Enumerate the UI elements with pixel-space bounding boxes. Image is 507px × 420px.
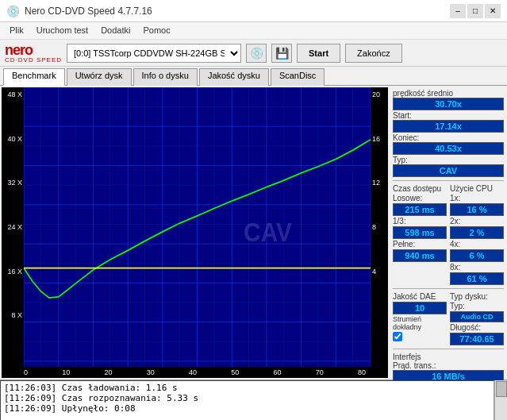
log-entry-0: [11:26:03] Czas ładowania: 1.16 s — [4, 383, 490, 393]
x-50: 50 — [231, 368, 239, 376]
log-content: [11:26:03] Czas ładowania: 1.16 s [11:26… — [0, 380, 494, 420]
drive-select[interactable]: [0:0] TSSTcorp CDDVDW SH-224GB SB00 — [67, 44, 241, 63]
cav-watermark: CAV — [244, 218, 292, 247]
disc-type-sub: Typ: — [450, 302, 504, 310]
access-section: Czas dostępu Losowe: 215 ms 1/3: 598 ms … — [393, 184, 504, 285]
y-axis-right: 20 16 12 8 4 — [371, 87, 388, 367]
chart-plot: CAV — [24, 87, 371, 367]
dae-col: Jakość DAE 10 Strumień dokładny — [393, 292, 447, 345]
dae-stream-checkbox[interactable] — [393, 332, 402, 341]
chart-svg: CAV — [24, 87, 371, 367]
y-axis-left: 48 X 40 X 32 X 24 X 16 X 8 X — [2, 87, 24, 367]
tab-benchmark[interactable]: Benchmark — [3, 68, 65, 86]
speed-section: prędkość średnio 30.70x Start: 17.14x Ko… — [393, 89, 504, 177]
random-label: Losowe: — [393, 194, 447, 202]
tab-scandisc[interactable]: ScanDisc — [271, 68, 325, 86]
y-label-40: 40 X — [2, 135, 24, 143]
cpu-2x-label: 2x: — [450, 217, 504, 225]
right-panel: prędkość średnio 30.70x Start: 17.14x Ko… — [390, 86, 507, 380]
one-third-label: 1/3: — [393, 217, 447, 225]
cpu-4x-value: 6 % — [450, 249, 504, 262]
menu-pomoc[interactable]: Pomoc — [136, 24, 176, 37]
tab-info[interactable]: Info o dysku — [133, 68, 198, 86]
speed-title: prędkość średnio — [393, 89, 504, 98]
speed-start-label: Start: — [393, 111, 412, 120]
cpu-4x-label: 4x: — [450, 240, 504, 249]
random-value: 215 ms — [393, 203, 447, 216]
scrollbar-thumb — [496, 381, 507, 397]
app-icon: 💿 — [6, 5, 20, 17]
cpu-1x-value: 16 % — [450, 203, 504, 216]
dae-stream-label: Strumień dokładny — [393, 315, 447, 331]
tab-utworz[interactable]: Utwórz dysk — [67, 68, 132, 86]
disc-type-value: Audio CD — [450, 311, 504, 322]
cpu-8x-label: 8x: — [450, 263, 504, 272]
access-col-left: Czas dostępu Losowe: 215 ms 1/3: 598 ms … — [393, 184, 447, 285]
one-third-value: 598 ms — [393, 226, 447, 239]
disc-length-label: Długość: — [450, 323, 504, 332]
cpu-1x-label: 1x: — [450, 194, 504, 202]
y-right-16: 16 — [371, 135, 388, 143]
toolbar: nero CD·DVD SPEED [0:0] TSSTcorp CDDVDW … — [0, 40, 507, 67]
menu-uruchom[interactable]: Uruchom test — [30, 24, 94, 37]
chart-with-axes: 48 X 40 X 32 X 24 X 16 X 8 X — [2, 87, 388, 367]
divider-3 — [393, 349, 504, 349]
dae-title: Jakość DAE — [393, 292, 447, 301]
x-20: 20 — [104, 368, 112, 376]
divider-2 — [393, 288, 504, 289]
y-right-blank2 — [371, 356, 388, 364]
x-30: 30 — [147, 368, 155, 376]
menu-plik[interactable]: Plik — [3, 24, 30, 37]
access-cols: Czas dostępu Losowe: 215 ms 1/3: 598 ms … — [393, 184, 504, 285]
zakoncz-button[interactable]: Zakończ — [345, 44, 402, 63]
log-area: [11:26:03] Czas ładowania: 1.16 s [11:26… — [0, 380, 507, 420]
full-value: 940 ms — [393, 249, 447, 262]
minimize-button[interactable]: – — [450, 4, 466, 18]
speed-start-value: 17.14x — [393, 120, 504, 133]
x-70: 70 — [316, 368, 324, 376]
y-right-4: 4 — [371, 268, 388, 276]
log-scrollbar[interactable] — [494, 380, 507, 420]
dae-cols: Jakość DAE 10 Strumień dokładny Typ dysk… — [393, 292, 504, 345]
title-bar-left: 💿 Nero CD-DVD Speed 4.7.7.16 — [6, 5, 152, 17]
chart-container: 48 X 40 X 32 X 24 X 16 X 8 X — [2, 87, 388, 378]
x-60: 60 — [273, 368, 281, 376]
y-label-48: 48 X — [2, 91, 24, 98]
close-button[interactable]: ✕ — [485, 4, 501, 18]
x-40: 40 — [189, 368, 197, 376]
speed-start-row: Start: — [393, 111, 504, 120]
cpu-col: Użycie CPU 1x: 16 % 2x: 2 % 4x: 6 % 8x: … — [450, 184, 504, 285]
menu-dodatki[interactable]: Dodatki — [94, 24, 136, 37]
speed-type-row: Typ: — [393, 156, 504, 164]
y-label-16: 16 X — [2, 268, 24, 276]
save-icon-button[interactable]: 💾 — [271, 44, 292, 63]
nero-sub-logo: CD·DVD SPEED — [5, 57, 62, 64]
nero-logo: nero — [5, 43, 62, 57]
maximize-button[interactable]: □ — [467, 4, 483, 18]
dae-section: Jakość DAE 10 Strumień dokładny Typ dysk… — [393, 292, 504, 345]
cpu-title: Użycie CPU — [450, 184, 504, 193]
menu-bar: Plik Uruchom test Dodatki Pomoc — [0, 22, 507, 40]
speed-end-value: 40.53x — [393, 142, 504, 155]
disc-length-value: 77:40.65 — [450, 333, 504, 345]
y-label-8: 8 X — [2, 311, 24, 319]
log-entry-2: [11:26:09] Upłynęło: 0:08 — [4, 403, 490, 414]
disc-col: Typ dysku: Typ: Audio CD Długość: 77:40.… — [450, 292, 504, 345]
dae-stream-check-row — [393, 332, 447, 341]
y-right-blank — [371, 311, 388, 319]
y-label-24: 24 X — [2, 223, 24, 231]
cpu-2x-value: 2 % — [450, 226, 504, 239]
access-title: Czas dostępu — [393, 184, 447, 193]
tabs-bar: Benchmark Utwórz dysk Info o dysku Jakoś… — [0, 67, 507, 86]
y-label-32: 32 X — [2, 179, 24, 187]
y-right-12: 12 — [371, 179, 388, 187]
title-bar: 💿 Nero CD-DVD Speed 4.7.7.16 – □ ✕ — [0, 0, 507, 22]
tab-jakosc[interactable]: Jakość dysku — [199, 68, 269, 86]
disc-icon-button[interactable]: 💿 — [246, 44, 267, 63]
x-0: 0 — [24, 368, 28, 376]
main-content: 48 X 40 X 32 X 24 X 16 X 8 X — [0, 86, 507, 380]
x-10: 10 — [62, 368, 70, 376]
interface-section: Interfejs Prąd. trans.: 16 MB/s — [393, 353, 504, 383]
start-button[interactable]: Start — [297, 44, 340, 63]
nero-logo-block: nero CD·DVD SPEED — [5, 43, 62, 64]
